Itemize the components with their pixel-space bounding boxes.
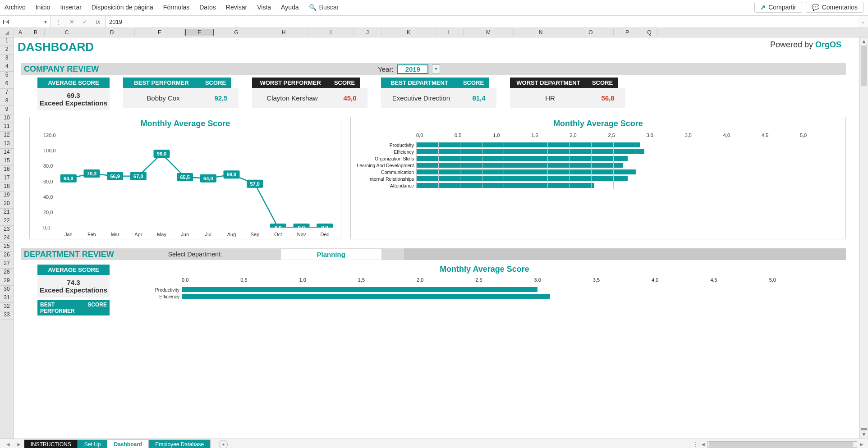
column-header[interactable]: J [354, 29, 381, 36]
menu-formulas[interactable]: Fórmulas [163, 4, 189, 11]
name-box-dropdown-icon[interactable]: ▼ [43, 19, 48, 24]
comments-button[interactable]: 💬 Comentarios [806, 2, 863, 13]
search-box[interactable]: 🔍 Buscar [309, 4, 339, 11]
row-header[interactable]: 30 [0, 286, 14, 294]
row-header[interactable]: 18 [0, 183, 14, 192]
column-header[interactable]: H [259, 29, 308, 36]
tab-employee-database[interactable]: Employee Database [148, 439, 211, 448]
column-header[interactable]: L [436, 29, 464, 36]
hscroll-left-icon[interactable]: ◄ [700, 441, 706, 448]
row-header[interactable]: 31 [0, 294, 14, 303]
search-label: Buscar [319, 4, 339, 11]
formula-options-icon[interactable]: ⋮ [55, 18, 61, 25]
horizontal-scrollbar[interactable] [707, 441, 857, 448]
tab-scroll-options-icon[interactable]: ⋮ [693, 441, 698, 448]
row-header[interactable]: 14 [0, 149, 14, 157]
row-header[interactable]: 12 [0, 132, 14, 140]
row-header[interactable]: 8 [0, 97, 14, 106]
tab-prev-icon[interactable]: ◄ [3, 441, 14, 448]
menu-insert[interactable]: Insertar [60, 4, 81, 11]
worksheet-area[interactable]: DASHBOARD Powered by OrgOS COMPANY REVIE… [14, 37, 859, 334]
row-header[interactable]: 5 [0, 72, 14, 80]
column-header[interactable]: I [308, 29, 354, 36]
column-header[interactable]: N [514, 29, 568, 36]
column-header[interactable]: E [135, 29, 185, 36]
share-button[interactable]: ↗ Compartir [754, 2, 802, 13]
y-axis-tick: 80,0 [43, 163, 53, 169]
scroll-down-icon[interactable]: ▼ [860, 430, 868, 439]
formula-input[interactable]: 2019 [106, 16, 858, 27]
row-header[interactable]: 22 [0, 217, 14, 226]
row-header[interactable]: 26 [0, 251, 14, 260]
accept-formula-icon[interactable]: ✓ [83, 18, 87, 25]
monthly-line-chart[interactable]: Monthly Average Score 64,070,366,967,096… [29, 117, 341, 239]
tab-setup[interactable]: Set Up [78, 439, 108, 448]
column-header[interactable]: P [614, 29, 641, 36]
row-header[interactable]: 25 [0, 243, 14, 251]
tab-instructions[interactable]: INSTRUCTIONS [24, 439, 78, 448]
hbar-row: Learning And Development [351, 162, 838, 169]
row-header[interactable]: 17 [0, 174, 14, 183]
menu-file[interactable]: Archivo [5, 4, 26, 11]
tab-dashboard[interactable]: Dashboard [107, 439, 149, 448]
row-header[interactable]: 4 [0, 63, 14, 72]
column-header[interactable]: B [27, 29, 45, 36]
row-header[interactable]: 29 [0, 277, 14, 286]
row-header[interactable]: 13 [0, 140, 14, 149]
row-header[interactable]: 27 [0, 260, 14, 269]
x-axis-tick: Dec [313, 232, 336, 237]
column-header[interactable]: A [14, 29, 27, 36]
column-header[interactable]: M [464, 29, 514, 36]
row-header[interactable]: 21 [0, 209, 14, 217]
row-header[interactable]: 10 [0, 114, 14, 123]
select-all-corner[interactable]: ◢ [0, 29, 14, 36]
menu-page-layout[interactable]: Disposición de página [92, 4, 153, 11]
row-header[interactable]: 3 [0, 55, 14, 63]
name-box[interactable]: F4 ▼ [0, 16, 51, 27]
column-header[interactable]: K [381, 29, 436, 36]
column-header[interactable]: G [214, 29, 259, 36]
row-header[interactable]: 28 [0, 269, 14, 277]
vertical-scrollbar[interactable]: ▲ ▼ [859, 37, 868, 439]
row-header[interactable]: 2 [0, 46, 14, 55]
row-header[interactable]: 15 [0, 157, 14, 166]
year-value[interactable]: 2019 [397, 64, 428, 74]
row-header[interactable]: 23 [0, 226, 14, 234]
row-header[interactable]: 1 [0, 37, 14, 46]
scroll-thumb[interactable] [861, 46, 867, 86]
department-hbar-chart[interactable]: Monthly Average Score 0,00,51,01,52,02,5… [123, 265, 846, 305]
scroll-up-icon[interactable]: ▲ [860, 37, 868, 46]
row-header[interactable]: 20 [0, 200, 14, 209]
row-header[interactable]: 16 [0, 166, 14, 174]
row-header[interactable]: 9 [0, 106, 14, 114]
x-axis-tick: 4,0 [723, 133, 762, 138]
row-header[interactable]: 32 [0, 303, 14, 311]
formula-expand-icon[interactable]: ⌄ [858, 19, 868, 24]
hscroll-thumb[interactable] [709, 442, 853, 447]
x-axis-tick: 3,0 [647, 133, 685, 138]
column-header[interactable]: D [89, 29, 135, 36]
company-hbar-chart[interactable]: Monthly Average Score 0,00,51,01,52,02,5… [350, 117, 846, 239]
hscroll-right-icon[interactable]: ► [859, 441, 864, 448]
cancel-formula-icon[interactable]: ✕ [69, 18, 74, 25]
row-header[interactable]: 19 [0, 192, 14, 200]
row-header[interactable]: 33 [0, 311, 14, 320]
row-header[interactable]: 7 [0, 89, 14, 97]
year-dropdown-icon[interactable]: ▼ [432, 64, 440, 73]
column-header[interactable]: Q [641, 29, 658, 36]
selected-department[interactable]: Planning [281, 249, 381, 260]
menu-review[interactable]: Revisar [226, 4, 247, 11]
tab-next-icon[interactable]: ► [14, 441, 24, 448]
menu-view[interactable]: Vista [257, 4, 271, 11]
menu-help[interactable]: Ayuda [281, 4, 299, 11]
column-header[interactable]: F [185, 29, 214, 36]
add-sheet-button[interactable]: ＋ [219, 440, 228, 448]
column-header[interactable]: C [45, 29, 89, 36]
column-header[interactable]: O [568, 29, 614, 36]
menu-data[interactable]: Datos [199, 4, 216, 11]
fx-icon[interactable]: fx [96, 18, 100, 25]
row-header[interactable]: 11 [0, 123, 14, 132]
row-header[interactable]: 6 [0, 80, 14, 89]
menu-home[interactable]: Inicio [36, 4, 51, 11]
row-header[interactable]: 24 [0, 234, 14, 243]
